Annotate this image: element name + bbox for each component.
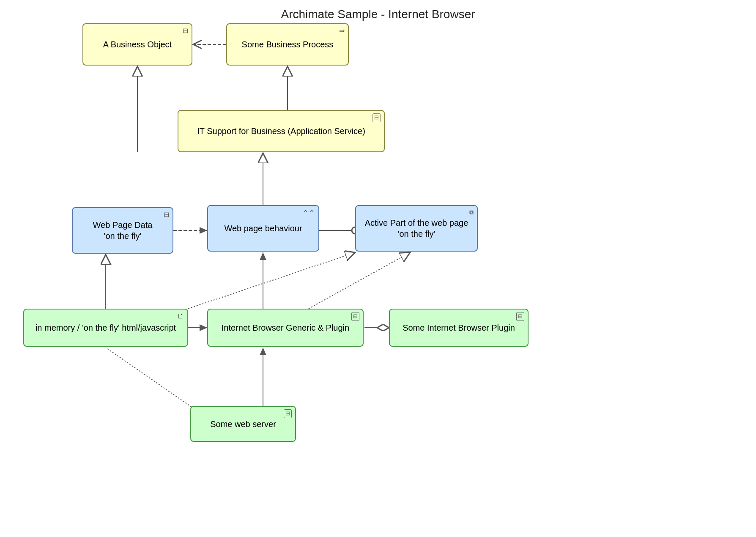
internet-browser-icon: ⊟ [351,312,359,321]
svg-line-11 [309,252,410,309]
svg-line-12 [188,252,355,309]
some-web-server-icon: ⊟ [284,409,292,418]
node-it-support: ⊟ IT Support for Business (Application S… [178,110,385,152]
node-in-memory: 🗋 in memory / 'on the fly' html/javascri… [23,309,188,347]
node-some-browser-plugin: ⊟ Some Internet Browser Plugin [389,309,529,347]
node-web-page-data: ⊟ Web Page Data'on the fly' [72,207,173,254]
web-page-behaviour-icon: ⌃⌃ [302,208,315,218]
diagram-title: Archimate Sample - Internet Browser [0,0,756,21]
some-browser-plugin-icon: ⊟ [516,312,524,321]
business-object-icon: ⊟ [183,27,188,36]
node-business-object: ⊟ A Business Object [82,23,192,66]
active-part-icon: ⧉ [469,208,474,216]
it-support-icon: ⊟ [373,113,381,122]
node-some-business-process: ⇒ Some Business Process [226,23,349,66]
node-web-page-behaviour: ⌃⌃ Web page behaviour [207,205,319,252]
node-active-part: ⧉ Active Part of the web page'on the fly… [355,205,478,252]
in-memory-icon: 🗋 [177,312,184,321]
node-internet-browser: ⊟ Internet Browser Generic & Plugin [207,309,364,347]
node-some-web-server: ⊟ Some web server [190,406,296,442]
web-page-data-icon: ⊟ [164,211,169,219]
some-business-process-icon: ⇒ [339,27,345,36]
